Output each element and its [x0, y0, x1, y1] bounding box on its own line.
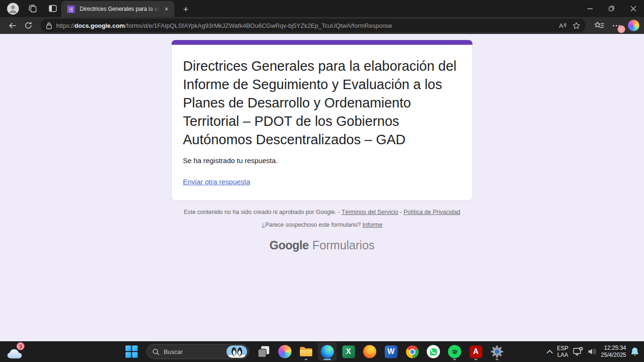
favorite-star-button[interactable]: [570, 20, 583, 31]
tab-actions-button[interactable]: [47, 3, 58, 14]
footer-disclaimer: Este contenido no ha sido creado ni apro…: [171, 209, 473, 215]
person-icon: [7, 3, 19, 15]
copilot-taskbar-button[interactable]: [275, 342, 294, 361]
address-bar[interactable]: https://docs.google.com/forms/d/e/1FAIpQ…: [41, 19, 586, 32]
edge-button[interactable]: [318, 342, 337, 361]
chevron-up-icon: [546, 350, 553, 354]
close-window-button[interactable]: [622, 0, 644, 17]
tab-title-fade: [147, 5, 160, 13]
clock-date: 25/4/2025: [601, 352, 626, 359]
task-view-button[interactable]: [254, 342, 273, 361]
profile-avatar[interactable]: [7, 3, 19, 15]
speaker-icon: [587, 347, 597, 356]
penguins-image: [226, 346, 247, 358]
file-explorer-icon: [299, 345, 313, 358]
edge-icon: [321, 345, 334, 358]
whatsapp-icon: [427, 345, 440, 358]
minimize-button[interactable]: [579, 0, 601, 17]
restore-icon: [609, 6, 614, 11]
chrome-icon: [406, 346, 419, 358]
taskbar: 3 Buscar: [0, 341, 644, 362]
acrobat-icon: A: [470, 346, 482, 358]
report-abuse-link[interactable]: Informe: [363, 222, 382, 228]
notification-count-badge: 3: [17, 342, 25, 350]
browser-navbar: https://docs.google.com/forms/d/e/1FAIpQ…: [0, 17, 644, 34]
word-icon: W: [385, 346, 397, 358]
form-status-text: Se ha registrado tu respuesta.: [183, 156, 461, 165]
forms-wordmark: Formularios: [313, 239, 375, 252]
update-badge: ↑: [618, 25, 625, 33]
new-tab-button[interactable]: +: [180, 4, 191, 15]
chrome-button[interactable]: [403, 342, 421, 361]
taskbar-search-input[interactable]: Buscar: [146, 344, 249, 359]
split-view-icon: [48, 4, 58, 13]
excel-icon: X: [342, 346, 355, 358]
settings-button[interactable]: [487, 342, 506, 361]
close-tab-button[interactable]: ×: [162, 5, 171, 13]
acrobat-button[interactable]: A: [466, 342, 485, 361]
form-response-card: Directrices Generales para la elaboració…: [171, 40, 473, 201]
volume-button[interactable]: [587, 342, 597, 361]
refresh-button[interactable]: [22, 19, 35, 32]
notifications-button[interactable]: [630, 342, 639, 361]
task-view-icon: [257, 345, 270, 358]
file-explorer-button[interactable]: [297, 342, 315, 361]
network-button[interactable]: [573, 342, 583, 361]
restore-button[interactable]: [601, 0, 622, 17]
refresh-icon: [25, 22, 32, 29]
copilot-icon: [278, 345, 291, 358]
lock-icon: [46, 22, 52, 29]
star-icon: [572, 22, 580, 30]
close-icon: [631, 6, 636, 11]
page-content: Directrices Generales para la elaboració…: [0, 34, 644, 341]
ethernet-display-icon: [573, 347, 583, 356]
google-forms-logo: Google Formularios: [269, 239, 374, 252]
privacy-link[interactable]: Política de Privacidad: [404, 209, 460, 215]
search-placeholder: Buscar: [164, 348, 226, 355]
tray-overflow-button[interactable]: [546, 342, 553, 361]
excel-button[interactable]: X: [339, 342, 358, 361]
favorites-list-icon: [594, 21, 604, 30]
submit-another-response-link[interactable]: Enviar otra respuesta: [183, 178, 250, 186]
browser-tab-active[interactable]: Directrices Generales para la elab ×: [61, 1, 174, 17]
google-forms-favicon: [67, 5, 75, 13]
footer-report: ¿Parece sospechoso este formulario? Info…: [171, 222, 473, 228]
language-indicator[interactable]: ESPLAA: [557, 345, 569, 358]
workspaces-button[interactable]: [27, 3, 39, 14]
form-accent-bar: [172, 40, 472, 45]
whatsapp-button[interactable]: [424, 342, 443, 361]
form-footer: Este contenido no ha sido creado ni apro…: [171, 209, 473, 228]
word-button[interactable]: W: [381, 342, 400, 361]
start-button[interactable]: [122, 342, 141, 361]
read-aloud-button[interactable]: A: [556, 20, 570, 31]
bell-icon: [630, 347, 639, 356]
back-icon: [8, 22, 17, 30]
firefox-button[interactable]: [360, 342, 379, 361]
screen: Directrices Generales para la elab × +: [0, 0, 644, 362]
onedrive-cloud-button[interactable]: 3: [7, 343, 25, 360]
form-title: Directrices Generales para la elaboració…: [183, 57, 461, 149]
tab-title: Directrices Generales para la elab: [80, 5, 160, 13]
windows-start-icon: [125, 345, 138, 358]
search-icon: [152, 348, 159, 355]
sound-waves-icon: [563, 22, 567, 28]
terms-link[interactable]: Términos del Servicio: [342, 209, 398, 215]
spotify-icon: [448, 345, 461, 358]
clock[interactable]: 12:25:34 25/4/2025: [601, 345, 626, 359]
back-button[interactable]: [6, 19, 19, 32]
copilot-button[interactable]: [628, 20, 639, 31]
read-aloud-icon: A: [559, 22, 563, 29]
browser-titlebar: Directrices Generales para la elab × +: [0, 0, 644, 17]
minimize-icon: [587, 6, 593, 11]
clock-time: 12:25:34: [601, 345, 626, 352]
gear-icon: [490, 345, 504, 358]
url-text: https://docs.google.com/forms/d/e/1FAIpQ…: [56, 22, 556, 29]
google-wordmark: Google: [269, 239, 308, 252]
workspaces-icon: [28, 4, 38, 13]
spotify-button[interactable]: [445, 342, 464, 361]
settings-menu-button[interactable]: ↑: [611, 20, 621, 31]
firefox-icon: [363, 345, 376, 358]
search-highlight-image[interactable]: [226, 346, 247, 358]
favorites-bar-button[interactable]: [594, 21, 604, 30]
